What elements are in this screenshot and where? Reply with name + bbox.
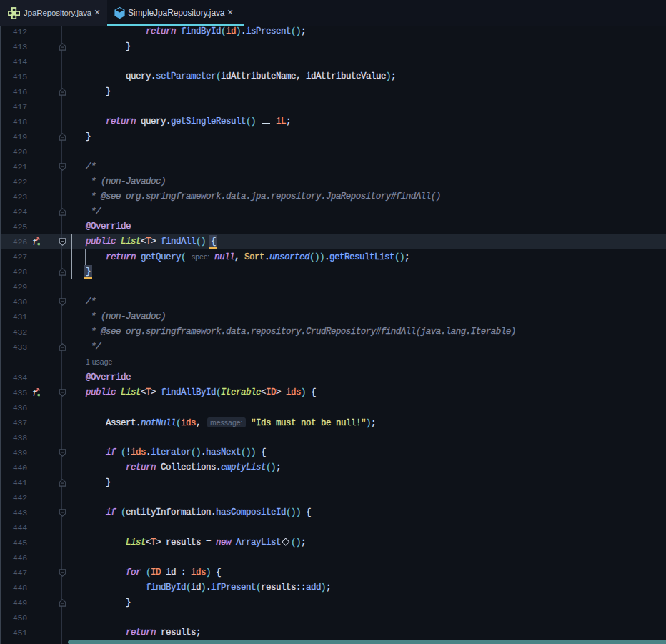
svg-text:f: f [32,238,38,247]
svg-text:f: f [32,389,38,398]
